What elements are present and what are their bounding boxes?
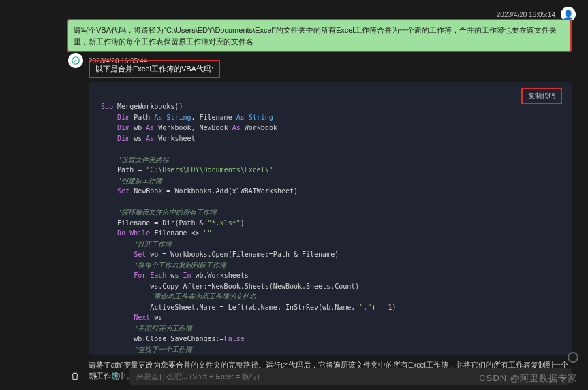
refresh-icon[interactable] — [109, 370, 123, 383]
assistant-intro: 以下是合并Excel工作簿的VBA代码: — [89, 60, 220, 78]
user-message-text: 请写个VBA代码，将路径为"C:\Users\EDY\Documents\Exc… — [74, 26, 557, 46]
user-timestamp: 2023/4/20 16:05:14 — [497, 11, 555, 18]
delete-icon[interactable] — [68, 370, 82, 383]
message-input[interactable] — [136, 372, 565, 380]
copy-code-button[interactable]: 复制代码 — [521, 88, 562, 104]
scroll-indicator-icon — [568, 352, 578, 363]
export-icon[interactable] — [89, 370, 102, 383]
code-block: 复制代码 Sub MergeWorkbooks() Dim Path As St… — [89, 82, 572, 355]
assistant-avatar — [68, 53, 83, 68]
user-message-bubble: 请写个VBA代码，将路径为"C:\Users\EDY\Documents\Exc… — [67, 19, 572, 52]
message-input-wrapper[interactable] — [129, 368, 572, 385]
code-content: Sub MergeWorkbooks() Dim Path As String,… — [101, 101, 559, 355]
assistant-body: 以下是合并Excel工作簿的VBA代码: 复制代码 Sub MergeWorkb… — [89, 60, 572, 382]
input-bar — [68, 368, 572, 385]
